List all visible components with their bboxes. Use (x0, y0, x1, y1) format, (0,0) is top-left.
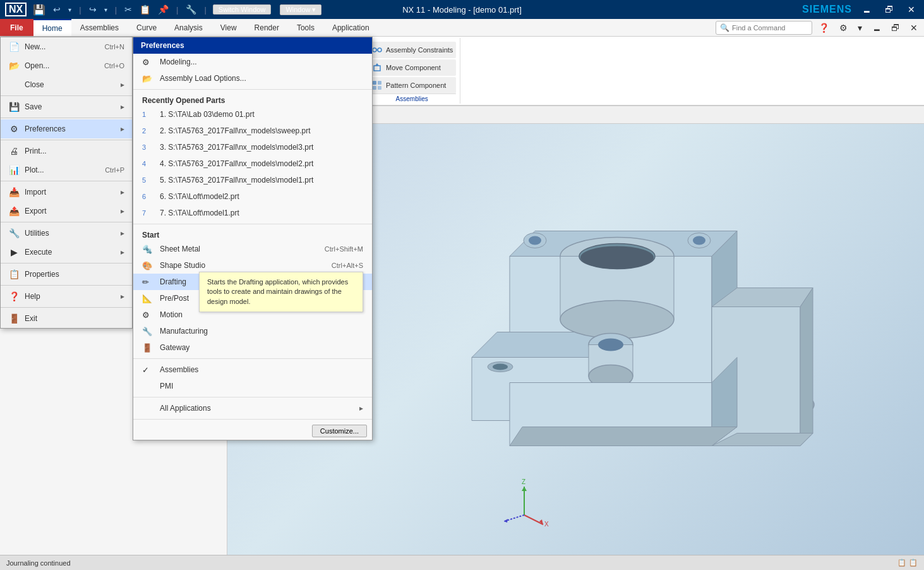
menubar: File Home Assemblies Curve Analysis View… (0, 19, 924, 37)
save-menu-icon: 💾 (8, 101, 20, 112)
prefs-modeling[interactable]: ⚙ Modeling... (133, 54, 372, 70)
ribbon-help-icon[interactable]: ❓ (815, 21, 833, 34)
start-sheet-metal[interactable]: 🔩 Sheet Metal Ctrl+Shift+M (133, 241, 372, 257)
titlebar: NX 💾 ↩ ▾ | ↪ ▾ | ✂ 📋 📌 | 🔧 | Switch Wind… (0, 0, 924, 19)
file-menu-export[interactable]: 📤 Export ▸ (1, 202, 132, 221)
manufacturing-label: Manufacturing (160, 327, 208, 336)
file-menu-execute[interactable]: ▶ Execute ▸ (1, 243, 132, 262)
paste-icon[interactable]: 📌 (155, 3, 171, 16)
export-label: Export (25, 207, 47, 215)
file-menu-utilities[interactable]: 🔧 Utilities ▸ (1, 224, 132, 243)
assemblies-check-item[interactable]: ✓ Assemblies (133, 361, 372, 378)
status-icon-1[interactable]: 📋 (897, 559, 906, 567)
recent-file-2[interactable]: 2 2. S:\TA5763_2017Fall\nx_models\sweep.… (133, 123, 372, 139)
menu-curve[interactable]: Curve (128, 19, 165, 36)
all-apps-label: All Applications (160, 404, 211, 413)
properties-label: Properties (25, 270, 59, 279)
file-menu-help[interactable]: ❓ Help ▸ (1, 287, 132, 306)
file-menu-import[interactable]: 📥 Import ▸ (1, 183, 132, 202)
window-button[interactable]: Window ▾ (280, 4, 321, 15)
menu-assemblies[interactable]: Assemblies (71, 19, 128, 36)
recent-file-5[interactable]: 5 5. S:\TA5763_2017Fall\nx_models\model1… (133, 172, 372, 188)
move-component-label: Move Component (386, 64, 441, 71)
assemblies-check-icon: ✓ (142, 365, 155, 375)
menu-analysis[interactable]: Analysis (165, 19, 212, 36)
pmi-label: PMI (160, 382, 173, 391)
prefs-assembly-load[interactable]: 📂 Assembly Load Options... (133, 70, 372, 87)
move-component-button[interactable]: Move Component (368, 59, 456, 76)
help-arrow: ▸ (121, 292, 124, 301)
svg-point-38 (693, 236, 705, 245)
prefs-menu-label: Preferences (25, 124, 66, 133)
svg-text:Z: Z (522, 478, 525, 485)
file-menu-close[interactable]: Close ▸ (1, 75, 132, 94)
execute-label: Execute (25, 248, 52, 257)
ribbon-settings-icon[interactable]: ⚙ (836, 21, 851, 34)
redo-dropdown[interactable]: ▾ (102, 5, 110, 15)
file-menu-preferences[interactable]: ⚙ Preferences ▸ (1, 119, 132, 138)
close-menu-icon (8, 79, 20, 90)
prefs-sep-1 (133, 89, 372, 90)
save-icon[interactable]: 💾 (30, 3, 48, 17)
search-icon: 🔍 (720, 23, 729, 32)
help-label: Help (25, 292, 40, 301)
titlebar-left: NX 💾 ↩ ▾ | ↪ ▾ | ✂ 📋 📌 | 🔧 | Switch Wind… (5, 3, 321, 17)
app-minimize-btn[interactable]: 🗕 (868, 21, 885, 34)
tooltip-text: Starts the Drafting application, which p… (207, 278, 348, 305)
recent-file-6[interactable]: 6 6. S:\TA\Loft\model2.prt (133, 188, 372, 205)
sheet-metal-shortcut: Ctrl+Shift+M (325, 245, 363, 253)
svg-text:X: X (544, 521, 549, 528)
pre-post-label: Pre/Post (160, 294, 189, 303)
menu-file[interactable]: File (0, 19, 33, 36)
file-menu-open[interactable]: 📂 Open... Ctrl+O (1, 56, 132, 75)
file-menu-properties[interactable]: 📋 Properties (1, 265, 132, 284)
close-window-button[interactable]: ✕ (904, 3, 919, 16)
app-close-btn[interactable]: ✕ (906, 21, 921, 34)
find-command-box[interactable]: 🔍 (716, 21, 812, 35)
nx-logo: NX (5, 3, 27, 16)
file-menu-save[interactable]: 💾 Save ▸ (1, 97, 132, 116)
status-icon-2[interactable]: 📋 (909, 559, 918, 567)
misc-icon[interactable]: 🔧 (183, 3, 199, 16)
file-menu-print[interactable]: 🖨 Print... (1, 142, 132, 161)
quick-access-tools: 💾 ↩ ▾ | ↪ ▾ | ✂ 📋 📌 | 🔧 | (30, 3, 209, 17)
restore-button[interactable]: 🗗 (881, 3, 897, 16)
switch-window-button[interactable]: Switch Window (213, 4, 272, 15)
cut-icon[interactable]: ✂ (122, 3, 135, 16)
start-gateway[interactable]: 🚪 Gateway (133, 339, 372, 356)
pattern-component-button[interactable]: Pattern Component (368, 77, 456, 94)
menu-tools[interactable]: Tools (288, 19, 323, 36)
menu-home[interactable]: Home (33, 19, 71, 36)
assembly-constraints-button[interactable]: Assembly Constraints (368, 42, 456, 58)
svg-point-15 (373, 48, 376, 52)
recent-file-3[interactable]: 3 3. S:\TA5763_2017Fall\nx_models\model3… (133, 139, 372, 155)
svg-marker-51 (800, 288, 813, 446)
file-menu-plot[interactable]: 📊 Plot... Ctrl+P (1, 161, 132, 179)
open-label: Open... (25, 61, 49, 70)
ribbon-minimize-btn[interactable]: ▾ (854, 21, 866, 34)
start-manufacturing[interactable]: 🔧 Manufacturing (133, 323, 372, 339)
menu-view[interactable]: View (212, 19, 246, 36)
pattern-component-label: Pattern Component (386, 82, 446, 89)
undo-icon[interactable]: ↩ (51, 3, 63, 16)
all-applications[interactable]: All Applications ▸ (133, 400, 372, 416)
recent-file-1[interactable]: 1 1. S:\TA\Lab 03\demo 01.prt (133, 106, 372, 123)
recent-file-7[interactable]: 7 7. S:\TA\Loft\model1.prt (133, 205, 372, 221)
customize-row: Customize... (133, 422, 372, 440)
file-menu-exit[interactable]: 🚪 Exit (1, 309, 132, 328)
redo-icon[interactable]: ↪ (87, 3, 99, 16)
prefs-sep-3 (133, 358, 372, 359)
find-command-input[interactable] (732, 24, 808, 32)
3d-part (396, 181, 825, 499)
copy-icon[interactable]: 📋 (137, 3, 153, 16)
minimize-button[interactable]: 🗕 (858, 3, 875, 16)
menu-render[interactable]: Render (246, 19, 288, 36)
customize-button[interactable]: Customize... (312, 425, 367, 437)
pmi-item[interactable]: PMI (133, 378, 372, 394)
file-menu-new[interactable]: 📄 New... Ctrl+N (1, 37, 132, 56)
undo-dropdown[interactable]: ▾ (66, 5, 74, 15)
file-icon-1: 1 (142, 109, 155, 119)
menu-application[interactable]: Application (323, 19, 378, 36)
recent-file-4[interactable]: 4 4. S:\TA5763_2017Fall\nx_models\model2… (133, 155, 372, 172)
app-restore-btn[interactable]: 🗗 (887, 21, 904, 34)
